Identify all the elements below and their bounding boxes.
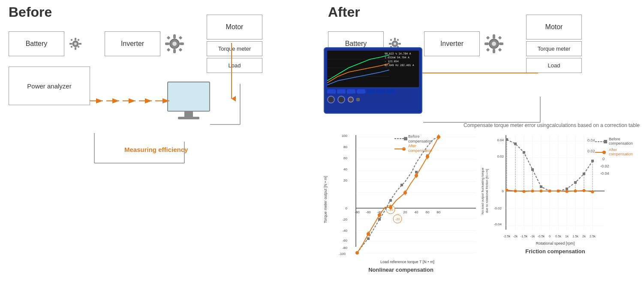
svg-text:-80: -80 — [355, 210, 360, 214]
svg-text:20: 20 — [403, 210, 407, 214]
svg-point-205 — [557, 190, 560, 193]
charts-container: Before compensation After compensation 1… — [322, 131, 644, 279]
svg-text:-80: -80 — [342, 246, 347, 250]
svg-text:40: 40 — [415, 210, 418, 214]
svg-text:-0.02: -0.02 — [600, 164, 609, 168]
svg-rect-183 — [514, 142, 517, 145]
svg-text:1k: 1k — [565, 234, 569, 238]
svg-text:60: 60 — [426, 210, 430, 214]
after-torque-box: Torque meter — [526, 41, 582, 56]
svg-rect-39 — [394, 38, 396, 40]
svg-point-142 — [602, 151, 606, 154]
compensate-text: Compensate torque meter error usingcalcu… — [322, 122, 644, 128]
nonlinear-chart-svg: Before compensation After compensation 1… — [322, 131, 480, 277]
svg-text:Rotational speed [rpm]: Rotational speed [rpm] — [536, 241, 575, 246]
svg-text:-0.04: -0.04 — [494, 222, 502, 226]
svg-rect-106 — [367, 237, 370, 240]
svg-text:0: 0 — [549, 234, 551, 238]
svg-text:After: After — [408, 144, 416, 148]
svg-rect-107 — [378, 218, 381, 221]
svg-text:0: 0 — [602, 157, 605, 161]
svg-text:0.02: 0.02 — [587, 149, 595, 153]
svg-text:0.5k: 0.5k — [555, 234, 561, 238]
svg-text:-2.5k: -2.5k — [503, 234, 511, 238]
svg-rect-195 — [583, 173, 585, 175]
svg-text:Nonlinear compensation: Nonlinear compensation — [368, 267, 433, 273]
svg-rect-197 — [591, 160, 594, 162]
after-battery-label: Battery — [345, 40, 367, 48]
svg-point-204 — [548, 190, 551, 193]
svg-point-201 — [523, 190, 526, 193]
svg-rect-52 — [499, 42, 503, 45]
svg-text:20: 20 — [343, 179, 347, 182]
svg-text:0.04: 0.04 — [587, 138, 595, 142]
svg-rect-185 — [523, 151, 525, 154]
svg-rect-55 — [498, 36, 502, 39]
after-section: After Battery — [322, 0, 644, 285]
svg-text:Torque meter output [N • m]: Torque meter output [N • m] — [323, 176, 328, 223]
svg-text:-0.5k: -0.5k — [538, 234, 545, 238]
svg-rect-108 — [389, 199, 392, 202]
svg-rect-49 — [493, 34, 495, 39]
svg-rect-109 — [400, 184, 403, 186]
before-gray-lines — [0, 0, 322, 180]
efficiency-label: Measuring efficiency — [124, 146, 188, 153]
friction-chart-container: 0.04 Before compensation 0.02 After comp… — [480, 131, 643, 279]
svg-point-203 — [540, 190, 543, 193]
after-motor-label: Motor — [545, 23, 563, 31]
svg-rect-50 — [493, 49, 495, 53]
svg-text:2.5k: 2.5k — [590, 234, 596, 238]
svg-rect-51 — [485, 42, 489, 45]
svg-text:-100: -100 — [339, 252, 346, 256]
svg-text:0: 0 — [502, 189, 504, 193]
svg-text:80: 80 — [343, 145, 347, 149]
svg-text:compensation: compensation — [408, 139, 432, 143]
svg-point-200 — [514, 190, 517, 193]
after-bracket-lines — [322, 56, 644, 133]
svg-rect-56 — [486, 48, 490, 52]
svg-text:60: 60 — [343, 156, 347, 160]
svg-point-70 — [402, 147, 406, 151]
svg-text:-2k: -2k — [513, 234, 518, 238]
svg-rect-187 — [531, 168, 534, 171]
svg-text:1.5k: 1.5k — [572, 234, 578, 238]
svg-text:compensation: compensation — [609, 141, 633, 146]
svg-rect-181 — [506, 138, 508, 141]
svg-text:Load reference torque T [N • m: Load reference torque T [N • m] — [380, 260, 434, 264]
svg-text:-60: -60 — [366, 210, 371, 214]
svg-rect-189 — [540, 185, 542, 188]
svg-text:-20: -20 — [342, 218, 347, 221]
svg-rect-137 — [604, 140, 607, 143]
svg-text:Before: Before — [408, 134, 420, 139]
before-section: Before Battery — [0, 0, 322, 285]
friction-chart-svg: 0.04 Before compensation 0.02 After comp… — [480, 131, 643, 277]
after-inverter-box: Inverter — [424, 31, 480, 56]
svg-text:0.04: 0.04 — [497, 138, 504, 142]
svg-point-207 — [574, 190, 577, 193]
after-gear-icon-2 — [483, 33, 505, 55]
svg-text:compensation: compensation — [609, 152, 633, 156]
svg-rect-54 — [498, 48, 502, 52]
svg-text:40: 40 — [343, 167, 347, 171]
svg-text:No-load output fluctuating tor: No-load output fluctuating torque — [481, 168, 485, 215]
svg-rect-42 — [398, 43, 401, 45]
svg-text:After: After — [609, 148, 617, 152]
after-title: After — [328, 4, 638, 20]
svg-text:Before: Before — [609, 137, 620, 141]
svg-point-202 — [531, 190, 534, 193]
after-inverter-label: Inverter — [440, 40, 463, 48]
svg-text:-20: -20 — [395, 217, 400, 221]
svg-rect-41 — [389, 43, 391, 45]
svg-text:-40: -40 — [342, 229, 347, 233]
svg-rect-66 — [404, 137, 407, 140]
nonlinear-chart-container: Before compensation After compensation 1… — [322, 131, 480, 279]
svg-point-209 — [591, 191, 594, 194]
svg-text:due to rotational friction [N : due to rotational friction [N • m] — [485, 169, 489, 213]
svg-text:2k: 2k — [582, 234, 586, 238]
svg-text:80: 80 — [437, 210, 441, 214]
svg-point-48 — [492, 42, 496, 46]
svg-point-199 — [506, 189, 509, 192]
svg-text:100: 100 — [342, 134, 348, 138]
svg-text:-0.02: -0.02 — [494, 206, 502, 210]
svg-text:0.02: 0.02 — [497, 155, 504, 158]
